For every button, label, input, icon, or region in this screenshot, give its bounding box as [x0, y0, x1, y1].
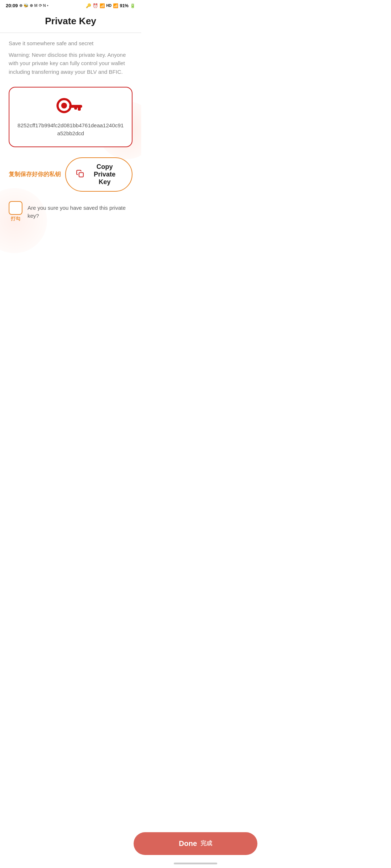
- main-content: Save it somewhere safe and secret Warnin…: [0, 40, 141, 222]
- checkbox-text: Are you sure you have saved this private…: [28, 201, 133, 220]
- warning-title: Save it somewhere safe and secret: [9, 40, 133, 46]
- saved-checkbox[interactable]: [9, 201, 22, 215]
- status-left: 20:09 ⊕ 🐝 ⊕ M ⟳ N •: [6, 3, 49, 8]
- wifi-icon: 📶: [100, 3, 105, 8]
- signal-icon: 📶: [113, 3, 118, 8]
- page-title: Private Key: [0, 10, 141, 33]
- carrier-icons: ⊕ 🐝 ⊕ M ⟳ N •: [19, 3, 48, 8]
- battery-icon: 🔋: [130, 3, 135, 8]
- divider: [0, 33, 141, 33]
- checkbox-label-chinese: 打勾: [11, 216, 20, 222]
- hd-badge: HD: [106, 4, 112, 8]
- svg-rect-4: [74, 107, 77, 110]
- private-key-box: 8252cff17b994fc2d081bb4761deaa1240c91a52…: [9, 87, 133, 147]
- status-right: 🔑 ⏰ 📶 HD 📶 91% 🔋: [86, 3, 135, 8]
- copy-label-chinese: 复制保存好你的私钥: [9, 171, 61, 178]
- checkbox-wrap: 打勾: [9, 201, 22, 222]
- battery: 91%: [120, 3, 129, 8]
- alarm-icon: ⏰: [93, 3, 98, 8]
- time: 20:09: [6, 3, 18, 8]
- svg-point-1: [61, 103, 67, 109]
- copy-row: 复制保存好你的私钥 Copy Private Key: [9, 157, 133, 192]
- private-key-value: 8252cff17b994fc2d081bb4761deaa1240c91a52…: [17, 122, 125, 138]
- svg-rect-3: [78, 107, 81, 111]
- key-icon-status: 🔑: [86, 3, 91, 8]
- copy-button-label: Copy Private Key: [88, 163, 122, 186]
- warning-text: Warning: Never disclose this private key…: [9, 51, 133, 76]
- key-icon: [56, 98, 85, 115]
- status-bar: 20:09 ⊕ 🐝 ⊕ M ⟳ N • 🔑 ⏰ 📶 HD 📶 91% 🔋: [0, 0, 141, 10]
- copy-icon: [76, 170, 84, 179]
- copy-private-key-button[interactable]: Copy Private Key: [65, 157, 133, 192]
- checkbox-row: 打勾 Are you sure you have saved this priv…: [9, 201, 133, 222]
- svg-rect-5: [79, 173, 83, 177]
